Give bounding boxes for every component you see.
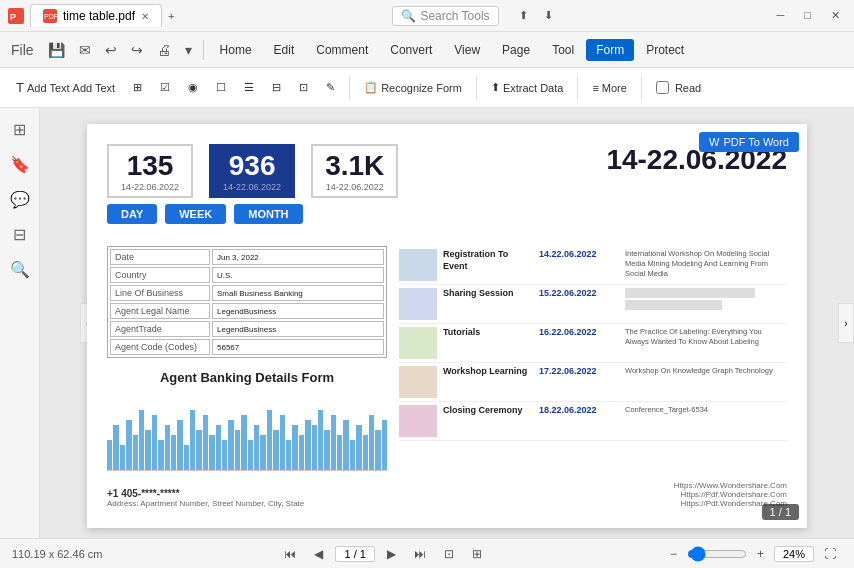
chart-bar <box>356 425 361 470</box>
event-name-closing: Closing Ceremony <box>443 405 533 437</box>
menu-form[interactable]: Form <box>586 39 634 61</box>
image-btn[interactable]: ⊡ <box>291 77 316 98</box>
dropdown-icon[interactable]: ▾ <box>180 39 197 61</box>
zoom-slider[interactable] <box>687 546 747 562</box>
week-btn[interactable]: WEEK <box>165 204 226 224</box>
form-table: Date Jun 3, 2022 Country U.S. Line Of Bu… <box>107 246 387 358</box>
fit-width-btn[interactable]: ⊞ <box>466 545 488 563</box>
stat-month: 3.1K 14-22.06.2022 <box>311 144 398 198</box>
file-tab[interactable]: PDF time table.pdf ✕ <box>30 4 162 27</box>
read-checkbox[interactable] <box>656 81 669 94</box>
zoom-input[interactable] <box>774 546 814 562</box>
period-buttons: DAY WEEK MONTH <box>107 204 398 224</box>
sidebar-layers-icon[interactable]: ⊟ <box>9 221 30 248</box>
chart-bar <box>209 435 214 470</box>
form-label-legal-name: Agent Legal Name <box>110 303 210 319</box>
chart-bar <box>203 415 208 470</box>
last-page-btn[interactable]: ⏭ <box>408 545 432 563</box>
chart-bar <box>292 425 297 470</box>
form-label-date: Date <box>110 249 210 265</box>
chart-bar <box>241 415 246 470</box>
menu-view[interactable]: View <box>444 39 490 61</box>
month-btn[interactable]: MONTH <box>234 204 302 224</box>
read-toggle-btn[interactable]: Read <box>648 77 709 98</box>
day-btn[interactable]: DAY <box>107 204 157 224</box>
sidebar-bookmark-icon[interactable]: 🔖 <box>6 151 34 178</box>
add-text-btn[interactable]: T Add Text Add Text <box>8 76 123 99</box>
event-date-tutorials: 16.22.06.2022 <box>539 327 619 359</box>
sidebar-pages-icon[interactable]: ⊞ <box>9 116 30 143</box>
event-desc-tutorials: The Practice Of Labeling: Everything You… <box>625 327 787 359</box>
next-page-nav-btn[interactable]: ▶ <box>381 545 402 563</box>
chart-bar <box>222 440 227 470</box>
fullscreen-btn[interactable]: ⛶ <box>818 545 842 563</box>
footer-phone: +1 405-****-***** <box>107 488 304 499</box>
list-btn[interactable]: ☰ <box>236 77 262 98</box>
maximize-btn[interactable]: □ <box>798 7 817 24</box>
stats-section: 135 14-22.06.2022 936 14-22.06.2022 3.1K… <box>107 144 398 234</box>
form-label-trade: AgentTrade <box>110 321 210 337</box>
sidebar-comment-icon[interactable]: 💬 <box>6 186 34 213</box>
pdf-to-word-btn[interactable]: W PDF To Word <box>699 132 799 152</box>
window-nav-btn2[interactable]: ⬇ <box>538 7 559 24</box>
right-panel: Registration To Event 14.22.06.2022 Inte… <box>399 246 787 471</box>
prev-page-nav-btn[interactable]: ◀ <box>308 545 329 563</box>
field-btn[interactable]: ⊟ <box>264 77 289 98</box>
next-page-btn[interactable]: › <box>838 303 854 343</box>
menu-edit[interactable]: Edit <box>264 39 305 61</box>
recognize-form-btn[interactable]: 📋 Recognize Form <box>356 77 470 98</box>
menu-protect[interactable]: Protect <box>636 39 694 61</box>
select-tool-btn[interactable]: ⊞ <box>125 77 150 98</box>
file-menu-btn[interactable]: File <box>6 39 39 61</box>
checkbox-icon: ☑ <box>160 81 170 94</box>
form-value-trade: LegendBusiness <box>212 321 384 337</box>
search-placeholder: Search Tools <box>420 9 489 23</box>
sidebar-search-icon[interactable]: 🔍 <box>6 256 34 283</box>
extract-data-btn[interactable]: ⬆ Extract Data <box>483 77 572 98</box>
chart-bar <box>139 410 144 470</box>
recognize-icon: 📋 <box>364 81 378 94</box>
zoom-in-btn[interactable]: + <box>751 545 770 563</box>
new-tab-btn[interactable]: + <box>162 8 180 24</box>
print-icon[interactable]: 🖨 <box>152 39 176 61</box>
menu-tool[interactable]: Tool <box>542 39 584 61</box>
email-icon[interactable]: ✉ <box>74 39 96 61</box>
undo-icon[interactable]: ↩ <box>100 39 122 61</box>
chart-bar <box>165 425 170 470</box>
extract-icon: ⬆ <box>491 81 500 94</box>
menu-convert[interactable]: Convert <box>380 39 442 61</box>
form-row-legal-name: Agent Legal Name LegendBusiness <box>110 303 384 319</box>
radio-btn[interactable]: ◉ <box>180 77 206 98</box>
menu-home[interactable]: Home <box>210 39 262 61</box>
checkbox-btn[interactable]: ☑ <box>152 77 178 98</box>
first-page-btn[interactable]: ⏮ <box>278 545 302 563</box>
check-btn[interactable]: ☐ <box>208 77 234 98</box>
footer-left: +1 405-****-***** Address: Apartment Num… <box>107 488 304 508</box>
window-nav-btn1[interactable]: ⬆ <box>513 7 534 24</box>
stat-week-number: 936 <box>223 150 281 182</box>
more-btn[interactable]: ≡ More <box>584 78 634 98</box>
sign-btn[interactable]: ✎ <box>318 77 343 98</box>
save-icon[interactable]: 💾 <box>43 39 70 61</box>
page-area: ‹ W PDF To Word 135 14-22.06.2022 <box>40 108 854 538</box>
window-controls: ─ □ ✕ <box>771 7 846 24</box>
event-date-registration: 14.22.06.2022 <box>539 249 619 281</box>
window-nav-icons: ⬆ ⬇ <box>513 7 559 24</box>
close-btn[interactable]: ✕ <box>825 7 846 24</box>
fit-page-btn[interactable]: ⊡ <box>438 545 460 563</box>
zoom-out-btn[interactable]: − <box>664 545 683 563</box>
chart-bar <box>267 410 272 470</box>
event-name-sharing: Sharing Session <box>443 288 533 320</box>
search-tools-box[interactable]: 🔍 Search Tools <box>392 6 498 26</box>
menu-page[interactable]: Page <box>492 39 540 61</box>
tab-close-btn[interactable]: ✕ <box>141 11 149 22</box>
minimize-btn[interactable]: ─ <box>771 7 791 24</box>
chart-bar <box>382 420 387 470</box>
redo-icon[interactable]: ↪ <box>126 39 148 61</box>
chart-bar <box>235 430 240 470</box>
add-text-label: Add Text <box>27 82 70 94</box>
menu-comment[interactable]: Comment <box>306 39 378 61</box>
event-date-sharing: 15.22.06.2022 <box>539 288 619 320</box>
chart-bar <box>260 435 265 470</box>
page-input[interactable] <box>335 546 375 562</box>
